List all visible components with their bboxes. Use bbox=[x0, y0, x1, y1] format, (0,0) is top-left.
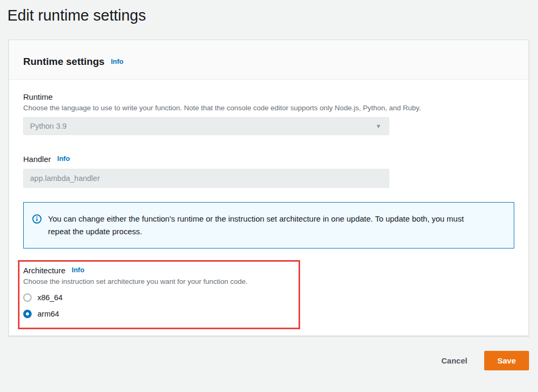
panel-title: Runtime settings bbox=[23, 56, 104, 67]
chevron-down-icon: ▼ bbox=[376, 123, 381, 129]
runtime-selected-value: Python 3.9 bbox=[30, 122, 66, 130]
page-title: Edit runtime settings bbox=[7, 5, 538, 26]
radio-option-arm64[interactable]: arm64 bbox=[23, 309, 293, 319]
cancel-button[interactable]: Cancel bbox=[433, 352, 476, 369]
handler-field: HandlerInfo bbox=[23, 154, 514, 188]
info-circle-icon bbox=[32, 214, 42, 226]
save-button[interactable]: Save bbox=[484, 351, 529, 370]
runtime-label: Runtime bbox=[23, 92, 514, 102]
radio-button-selected-icon[interactable] bbox=[23, 310, 32, 318]
architecture-info-link[interactable]: Info bbox=[72, 266, 84, 274]
runtime-settings-info-link[interactable]: Info bbox=[111, 58, 123, 65]
panel-body: Runtime Choose the language to use to wr… bbox=[9, 80, 529, 336]
footer-actions: Cancel Save bbox=[0, 351, 529, 370]
architecture-highlight-box: ArchitectureInfo Choose the instruction … bbox=[18, 260, 300, 329]
radio-label-x86_64: x86_64 bbox=[37, 293, 63, 302]
panel-header: Runtime settingsInfo bbox=[9, 40, 529, 80]
radio-label-arm64: arm64 bbox=[37, 310, 59, 318]
runtime-select[interactable]: Python 3.9 ▼ bbox=[23, 117, 389, 135]
handler-input[interactable] bbox=[23, 169, 389, 188]
alert-message: You can change either the function's run… bbox=[48, 213, 483, 238]
architecture-label: Architecture bbox=[23, 266, 65, 275]
runtime-field: Runtime Choose the language to use to wr… bbox=[23, 92, 514, 135]
handler-label: Handler bbox=[23, 155, 51, 164]
runtime-settings-panel: Runtime settingsInfo Runtime Choose the … bbox=[8, 40, 529, 336]
architecture-description: Choose the instruction set architecture … bbox=[23, 277, 293, 286]
runtime-description: Choose the language to use to write your… bbox=[23, 103, 514, 113]
info-alert: You can change either the function's run… bbox=[23, 202, 514, 248]
handler-info-link[interactable]: Info bbox=[57, 155, 70, 162]
radio-button-icon[interactable] bbox=[23, 293, 32, 302]
radio-option-x86_64[interactable]: x86_64 bbox=[23, 292, 293, 303]
